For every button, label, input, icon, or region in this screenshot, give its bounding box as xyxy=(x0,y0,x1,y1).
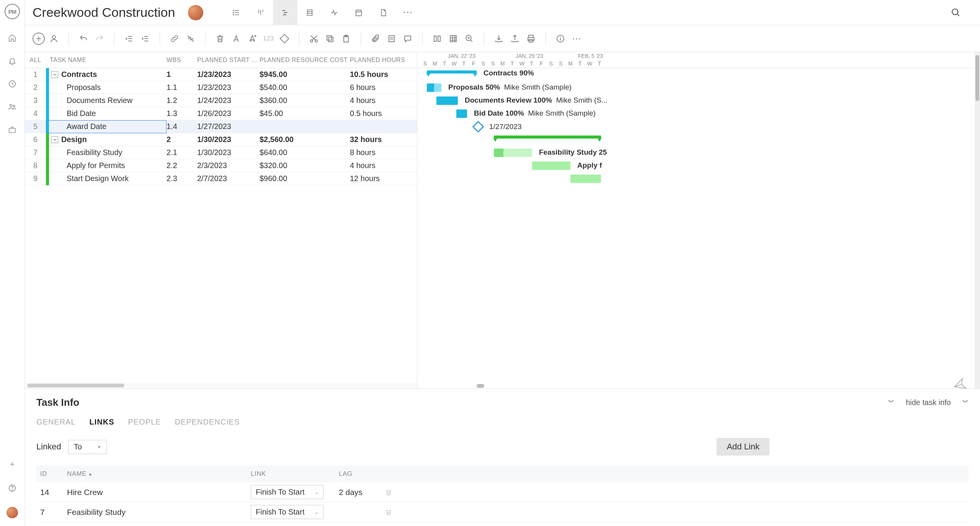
home-icon[interactable] xyxy=(8,34,16,42)
cell-cost[interactable]: $640.00 xyxy=(260,148,350,157)
people-icon[interactable] xyxy=(8,103,17,111)
gantt-task-bar[interactable] xyxy=(494,149,532,157)
add-link-button[interactable]: Add Link xyxy=(717,438,769,456)
gantt-task-bar[interactable] xyxy=(456,109,467,118)
cell-wbs[interactable]: 1.4 xyxy=(167,122,197,131)
redo-icon[interactable] xyxy=(93,32,106,46)
link-row[interactable]: 14 Hire Crew Finish To Start⌄ 2 days xyxy=(36,482,969,502)
unlink-icon[interactable] xyxy=(184,32,198,46)
col-planned-start[interactable]: PLANNED START ... xyxy=(197,57,260,64)
cell-start[interactable]: 1/30/2023 xyxy=(197,135,260,144)
cut-icon[interactable] xyxy=(307,32,321,46)
cell-cost[interactable]: $320.00 xyxy=(260,161,350,170)
clock-icon[interactable] xyxy=(8,80,16,88)
table-row[interactable]: 7 Feasibility Study 2.1 1/30/2023 $640.0… xyxy=(25,146,417,159)
linked-direction-select[interactable]: To▼ xyxy=(68,440,107,454)
cell-task-name[interactable]: Bid Date xyxy=(46,107,167,120)
cell-start[interactable]: 1/26/2023 xyxy=(197,109,260,118)
links-col-id[interactable]: ID xyxy=(40,470,67,478)
tab-links[interactable]: LINKS xyxy=(90,418,114,426)
cell-hours[interactable]: 32 hours xyxy=(350,135,415,144)
col-all[interactable]: ALL xyxy=(25,57,46,64)
project-owner-avatar[interactable] xyxy=(188,5,203,20)
zoom-icon[interactable] xyxy=(462,32,476,46)
bell-icon[interactable] xyxy=(8,57,16,65)
export-icon[interactable] xyxy=(508,32,522,46)
cell-start[interactable]: 1/23/2023 xyxy=(197,70,260,79)
cell-start[interactable]: 2/3/2023 xyxy=(197,161,260,170)
link-row[interactable]: 7 Feasibility Study Finish To Start⌄ xyxy=(36,502,969,522)
search-icon[interactable] xyxy=(951,8,961,18)
cell-hours[interactable]: 8 hours xyxy=(350,148,415,157)
cell-cost[interactable]: $540.00 xyxy=(260,83,350,92)
cell-hours[interactable]: 12 hours xyxy=(350,174,415,183)
chevron-down-double-icon[interactable]: ︾ xyxy=(888,399,894,407)
gantt-task-bar[interactable] xyxy=(436,96,458,105)
col-task-name[interactable]: TASK NAME xyxy=(46,57,167,64)
cell-hours[interactable]: 0.5 hours xyxy=(350,109,415,118)
cell-cost[interactable]: $360.00 xyxy=(260,96,350,105)
table-row[interactable]: 2 Proposals 1.1 1/23/2023 $540.00 6 hour… xyxy=(25,81,417,94)
numbers-icon[interactable]: 123 xyxy=(261,32,275,46)
cell-cost[interactable]: $45.00 xyxy=(260,109,350,118)
columns-icon[interactable] xyxy=(430,32,444,46)
col-planned-cost[interactable]: PLANNED RESOURCE COST xyxy=(260,57,350,64)
link-type-select[interactable]: Finish To Start⌄ xyxy=(251,505,323,519)
cell-hours[interactable]: 10.5 hours xyxy=(350,70,415,79)
cell-wbs[interactable]: 1.1 xyxy=(167,83,197,92)
link-icon[interactable] xyxy=(168,32,181,46)
links-col-lag[interactable]: LAG xyxy=(339,470,385,478)
more-icon[interactable]: ⋯ xyxy=(570,32,583,46)
cell-wbs[interactable]: 1 xyxy=(167,70,197,79)
info-icon[interactable] xyxy=(554,32,567,46)
view-activity-icon[interactable] xyxy=(322,0,346,25)
import-icon[interactable] xyxy=(492,32,506,46)
grid-h-scrollbar[interactable] xyxy=(25,382,417,389)
col-wbs[interactable]: WBS xyxy=(167,57,197,64)
plus-icon[interactable]: + xyxy=(10,459,15,469)
cell-start[interactable]: 1/27/2023 xyxy=(197,122,260,131)
cell-start[interactable]: 2/7/2023 xyxy=(197,174,260,183)
gantt-milestone[interactable] xyxy=(472,121,484,132)
copy-icon[interactable] xyxy=(323,32,337,46)
cell-start[interactable]: 1/30/2023 xyxy=(197,148,260,157)
cell-hours[interactable]: 4 hours xyxy=(350,96,415,105)
collapse-icon[interactable]: − xyxy=(51,136,58,143)
view-list-icon[interactable] xyxy=(224,0,248,25)
link-type-select[interactable]: Finish To Start⌄ xyxy=(251,485,323,499)
tab-dependencies[interactable]: DEPENDENCIES xyxy=(175,418,240,426)
cell-task-name[interactable]: − Contracts xyxy=(46,68,167,81)
cell-wbs[interactable]: 2.1 xyxy=(167,148,197,157)
cell-wbs[interactable]: 1.3 xyxy=(167,109,197,118)
table-row[interactable]: 3 Documents Review 1.2 1/24/2023 $360.00… xyxy=(25,94,417,107)
table-row[interactable]: 9 Start Design Work 2.3 2/7/2023 $960.00… xyxy=(25,172,417,185)
indent-icon[interactable] xyxy=(138,32,152,46)
cell-hours[interactable]: 4 hours xyxy=(350,161,415,170)
assign-icon[interactable] xyxy=(47,32,61,46)
delete-link-icon[interactable] xyxy=(385,508,400,516)
app-logo[interactable]: PM xyxy=(5,4,20,19)
cell-wbs[interactable]: 2.2 xyxy=(167,161,197,170)
cell-start[interactable]: 1/23/2023 xyxy=(197,83,260,92)
cell-hours[interactable]: 6 hours xyxy=(350,83,415,92)
notes-icon[interactable] xyxy=(385,32,399,46)
cell-start[interactable]: 1/24/2023 xyxy=(197,96,260,105)
text-style-icon[interactable] xyxy=(229,32,243,46)
cell-task-name[interactable]: − Design xyxy=(46,133,167,146)
cell-cost[interactable]: $2,560.00 xyxy=(260,135,350,144)
cell-task-name[interactable]: Award Date xyxy=(46,120,167,133)
table-row[interactable]: 1 − Contracts 1 1/23/2023 $945.00 10.5 h… xyxy=(25,68,417,81)
paste-icon[interactable] xyxy=(339,32,353,46)
gantt-v-scrollbar[interactable] xyxy=(975,52,980,389)
table-row[interactable]: 5 Award Date 1.4 1/27/2023 xyxy=(25,120,417,133)
view-board-icon[interactable] xyxy=(248,0,273,25)
user-avatar[interactable] xyxy=(7,507,18,518)
links-col-link[interactable]: LINK xyxy=(251,470,339,478)
view-gantt-icon[interactable] xyxy=(273,0,297,25)
cell-wbs[interactable]: 2 xyxy=(167,135,197,144)
trash-icon[interactable] xyxy=(213,32,227,46)
gantt-summary-bar[interactable] xyxy=(494,136,601,139)
undo-icon[interactable] xyxy=(77,32,90,46)
cell-task-name[interactable]: Documents Review xyxy=(46,94,167,107)
gantt-task-bar[interactable] xyxy=(532,162,570,170)
